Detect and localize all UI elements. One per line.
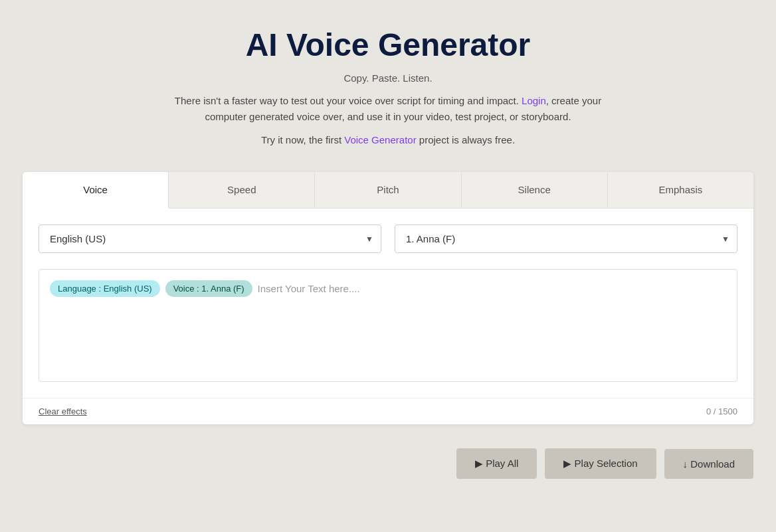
clear-effects-button[interactable]: Clear effects — [39, 406, 87, 416]
tabs-bar: Voice Speed Pitch Silence Emphasis — [23, 172, 753, 209]
description-text: There isn't a faster way to test out you… — [155, 93, 621, 125]
language-select[interactable]: English (US) English (UK) Spanish French… — [39, 224, 381, 253]
tab-emphasis[interactable]: Emphasis — [608, 172, 753, 208]
card-body: English (US) English (UK) Spanish French… — [23, 209, 753, 398]
tab-pitch[interactable]: Pitch — [315, 172, 461, 208]
language-select-wrapper: English (US) English (UK) Spanish French… — [39, 224, 381, 253]
cta-text: Try it now, the first Voice Generator pr… — [155, 134, 621, 145]
language-tag: Language : English (US) — [50, 280, 160, 297]
tab-silence[interactable]: Silence — [462, 172, 608, 208]
voice-generator-link[interactable]: Voice Generator — [344, 134, 416, 145]
subtitle: Copy. Paste. Listen. — [155, 72, 621, 84]
download-button[interactable]: ↓ Download — [664, 449, 753, 479]
text-editor-area[interactable]: Language : English (US) Voice : 1. Anna … — [39, 269, 737, 382]
voice-tag: Voice : 1. Anna (F) — [165, 280, 252, 297]
login-link[interactable]: Login — [522, 95, 546, 106]
play-all-button[interactable]: ▶ Play All — [456, 448, 537, 479]
tab-voice[interactable]: Voice — [23, 172, 169, 209]
text-placeholder: Insert Your Text here.... — [258, 283, 360, 294]
main-card: Voice Speed Pitch Silence Emphasis Engli… — [23, 172, 753, 424]
selects-row: English (US) English (UK) Spanish French… — [39, 224, 737, 253]
tab-speed[interactable]: Speed — [169, 172, 315, 208]
card-footer: Clear effects 0 / 1500 — [23, 398, 753, 424]
page-title: AI Voice Generator — [155, 27, 621, 63]
play-selection-button[interactable]: ▶ Play Selection — [545, 448, 656, 479]
voice-select-wrapper: 1. Anna (F) 2. Brian (M) 3. Carla (F) 4.… — [395, 224, 737, 253]
bottom-bar: ▶ Play All ▶ Play Selection ↓ Download — [0, 438, 776, 489]
voice-select[interactable]: 1. Anna (F) 2. Brian (M) 3. Carla (F) 4.… — [395, 224, 737, 253]
char-count: 0 / 1500 — [706, 406, 737, 416]
